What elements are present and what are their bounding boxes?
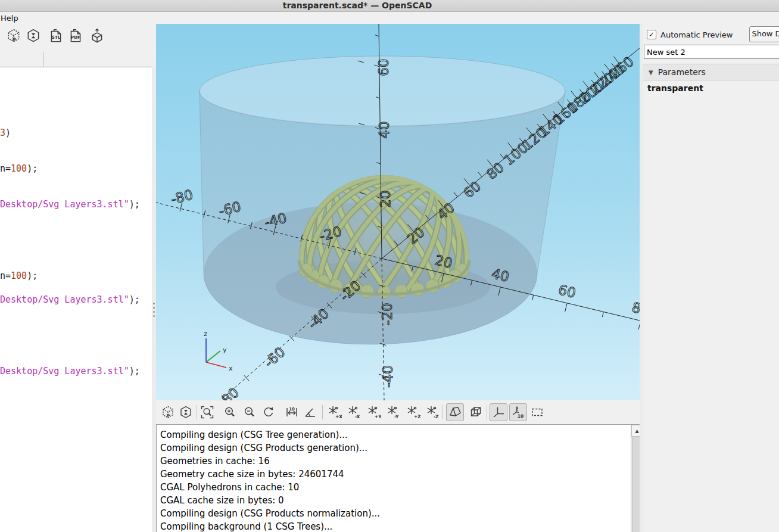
orthogonal-icon: [469, 405, 483, 419]
show-details-button[interactable]: Show De: [749, 26, 779, 42]
svg-text:»: »: [12, 35, 17, 43]
show-scale-markers-button[interactable]: 10: [509, 403, 527, 421]
measure-distance-button[interactable]: 10: [283, 404, 300, 421]
print-3d-icon: [89, 28, 105, 43]
show-scale-markers-icon: 10: [511, 405, 525, 419]
render-button-2[interactable]: [177, 404, 194, 421]
svg-text:STL: STL: [52, 35, 61, 40]
code-line: 3): [0, 127, 11, 138]
show-edges-icon: [530, 405, 544, 419]
view-axis-icon: -X: [347, 405, 362, 419]
toolbar-separator: [197, 405, 197, 419]
perspective-button[interactable]: [446, 403, 464, 421]
preset-name-input[interactable]: [644, 45, 779, 59]
code-line: Desktop/Svg Layers3.stl");: [0, 199, 140, 210]
axis-tick-label: 60: [376, 58, 391, 76]
export-pdf-button[interactable]: PDF: [67, 27, 84, 44]
automatic-preview-label: Automatic Preview: [660, 30, 733, 39]
axis-tick-label: 20: [378, 190, 393, 207]
export-pdf-icon: PDF: [68, 28, 83, 43]
show-axes-icon: [491, 405, 506, 419]
view-minus-y-button[interactable]: -Y: [385, 404, 402, 421]
svg-text:10: 10: [289, 407, 295, 412]
zoom-in-button[interactable]: [222, 404, 238, 421]
orthogonal-button[interactable]: [468, 404, 484, 421]
preview-icon: »: [161, 405, 175, 419]
menu-bar: Help: [0, 12, 779, 24]
reset-view-icon: [261, 405, 276, 419]
code-line: Desktop/Svg Layers3.stl");: [0, 294, 140, 305]
gizmo-z-label: z: [204, 330, 207, 338]
console-line: Compiling design (CSG Products generatio…: [160, 441, 380, 455]
3d-scene: 204060-20-402040608010012014016018020022…: [156, 24, 640, 400]
console-panel[interactable]: Compiling design (CSG Tree generation)..…: [156, 424, 643, 532]
svg-text:-Y: -Y: [394, 414, 399, 419]
axis-tick-label: 40: [376, 121, 392, 138]
render-icon: [179, 405, 193, 419]
parameters-section-header[interactable]: ▼ Parameters: [643, 64, 779, 80]
render-button[interactable]: [25, 27, 42, 44]
perspective-icon: [448, 405, 462, 419]
svg-text:PDF: PDF: [71, 35, 80, 40]
view-plus-x-button[interactable]: +X: [326, 404, 343, 421]
preview-button[interactable]: »: [5, 27, 22, 44]
console-line: Compiling background (1 CSG Trees)...: [160, 520, 380, 532]
zoom-out-icon: [242, 405, 257, 419]
export-stl-button[interactable]: STL: [48, 27, 64, 44]
measure-angle-button[interactable]: [302, 404, 319, 421]
console-line: Compiling design (CSG Tree generation)..…: [160, 428, 380, 441]
automatic-preview-checkbox[interactable]: ✓: [647, 30, 656, 39]
3d-viewport[interactable]: 204060-20-402040608010012014016018020022…: [156, 24, 640, 400]
code-line: Desktop/Svg Layers3.stl");: [0, 366, 140, 377]
console-line: Compiling design (CSG Products normaliza…: [160, 507, 380, 520]
view-axis-icon: +X: [328, 405, 342, 419]
gizmo-x-label: x: [229, 365, 233, 372]
export-stl-icon: STL: [48, 28, 64, 43]
collapse-caret-icon: ▼: [649, 69, 653, 76]
code-line: n=100);: [0, 163, 38, 174]
parameter-group-name: transparent: [647, 83, 703, 93]
axis-tick-label: -40: [380, 365, 395, 388]
zoom-out-button[interactable]: [241, 404, 258, 421]
gizmo-y-label: y: [223, 346, 227, 354]
toolbar-separator: [443, 405, 443, 419]
reset-view-button[interactable]: [260, 404, 277, 421]
view-axis-icon: -Y: [387, 405, 401, 419]
main-toolbar: » STL PDF: [0, 24, 156, 67]
customizer-panel: ✓ Automatic Preview Show De ▼ Parameters…: [643, 24, 779, 532]
show-axes-button[interactable]: [490, 403, 507, 421]
svg-text:»: »: [166, 411, 170, 419]
editor-splitter[interactable]: [152, 67, 156, 532]
zoom-all-icon: [200, 405, 214, 419]
automatic-preview-row: ✓ Automatic Preview: [647, 28, 733, 41]
console-line: Geometries in cache: 16: [160, 455, 380, 468]
measure-angle-icon: [303, 405, 317, 419]
svg-text:+X: +X: [335, 414, 342, 419]
render-icon: [26, 28, 41, 43]
preview-button-2[interactable]: »: [160, 404, 176, 421]
view-axis-icon: +Y: [367, 405, 381, 419]
toolbar-separator: [487, 405, 487, 419]
menu-help[interactable]: Help: [0, 13, 21, 23]
print-3d-button[interactable]: [89, 27, 105, 44]
preview-icon: »: [6, 28, 21, 43]
code-line: n=100);: [0, 270, 38, 281]
window-title: transparent.scad* — OpenSCAD: [0, 1, 715, 10]
console-line: CGAL Polyhedrons in cache: 10: [160, 481, 380, 494]
axis-tick-label: -20: [379, 303, 395, 325]
svg-text:-Z: -Z: [434, 414, 439, 419]
svg-text:+Z: +Z: [414, 414, 420, 419]
view-plus-y-button[interactable]: +Y: [366, 404, 382, 421]
view-plus-z-button[interactable]: +Z: [405, 404, 422, 421]
show-edges-button[interactable]: [529, 404, 546, 421]
console-output: Compiling design (CSG Tree generation)..…: [160, 428, 380, 532]
code-editor[interactable]: 3)n=100);Desktop/Svg Layers3.stl");n=100…: [0, 67, 152, 532]
view-minus-x-button[interactable]: -X: [346, 404, 363, 421]
svg-text:+Y: +Y: [375, 414, 381, 419]
title-bar[interactable]: transparent.scad* — OpenSCAD: [0, 0, 779, 12]
toolbar-separator: [43, 52, 44, 68]
console-line: CGAL cache size in bytes: 0: [160, 494, 380, 507]
view-toolbar: »: [156, 400, 643, 424]
zoom-all-button[interactable]: [199, 404, 216, 421]
view-minus-z-button[interactable]: -Z: [425, 404, 441, 421]
